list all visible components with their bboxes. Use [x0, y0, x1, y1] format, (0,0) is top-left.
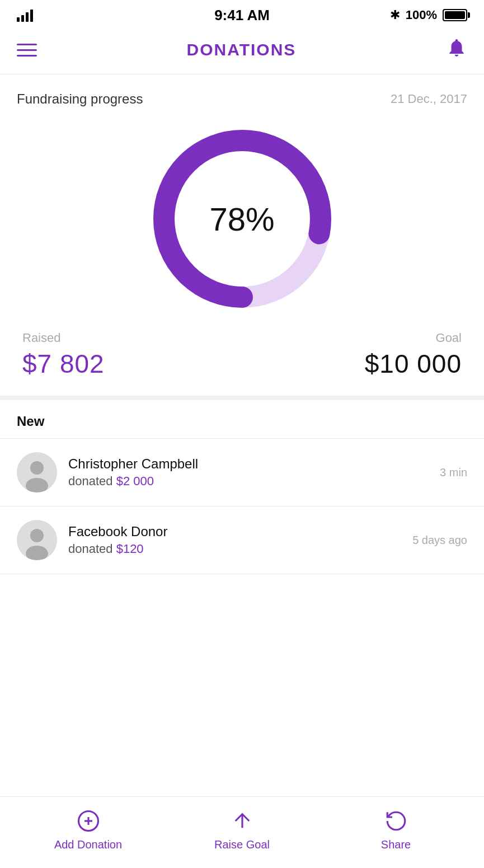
raised-amount: $7 802	[22, 349, 105, 379]
donut-chart: 78%	[147, 124, 337, 314]
donation-item: Christopher Campbell donated $2 000 3 mi…	[0, 439, 484, 506]
donor-amount-row: donated $2 000	[68, 474, 429, 489]
raised-label: Raised	[22, 331, 105, 345]
donation-time: 5 days ago	[412, 534, 467, 547]
donor-amount-row: donated $120	[68, 542, 401, 556]
donations-section: New Christopher Campbell donated $2 000 …	[0, 400, 484, 796]
goal-label: Goal	[365, 331, 462, 345]
avatar-person-icon	[17, 452, 57, 492]
plus-circle-icon	[76, 808, 101, 834]
donor-name: Christopher Campbell	[68, 456, 429, 472]
battery-icon	[443, 9, 467, 21]
avatar-person-icon	[17, 520, 57, 560]
donut-chart-container: 78%	[17, 124, 467, 314]
share-icon	[383, 808, 409, 834]
signal-bar-4	[30, 10, 33, 22]
avatar	[17, 452, 57, 492]
share-label: Share	[381, 838, 411, 851]
status-time: 9:41 AM	[214, 7, 270, 24]
bluetooth-icon: ✱	[390, 8, 400, 22]
goal-amount: $10 000	[365, 349, 462, 379]
signal-bar-1	[17, 17, 20, 22]
raised-block: Raised $7 802	[22, 331, 105, 379]
donor-name: Facebook Donor	[68, 524, 401, 539]
donated-text: donated	[68, 474, 113, 488]
add-donation-tab[interactable]: Add Donation	[11, 808, 165, 851]
battery-percent: 100%	[406, 8, 437, 22]
raise-goal-tab[interactable]: Raise Goal	[165, 808, 319, 851]
notification-bell-icon[interactable]	[446, 37, 467, 63]
donations-list-header: New	[0, 400, 484, 439]
menu-button[interactable]	[17, 44, 37, 57]
progress-title: Fundraising progress	[17, 91, 143, 107]
donor-amount: $2 000	[116, 474, 154, 488]
page-title: DONATIONS	[187, 40, 297, 59]
app-header: DONATIONS	[0, 28, 484, 74]
svg-point-6	[30, 529, 44, 542]
status-bar: 9:41 AM ✱ 100%	[0, 0, 484, 28]
signal-indicator	[17, 8, 33, 22]
signal-bar-3	[26, 12, 29, 22]
donation-info: Facebook Donor donated $120	[68, 524, 401, 556]
svg-point-3	[30, 461, 44, 475]
donated-text: donated	[68, 542, 113, 556]
donor-amount: $120	[116, 542, 144, 556]
avatar	[17, 520, 57, 560]
progress-percent: 78%	[209, 200, 274, 238]
add-donation-label: Add Donation	[54, 838, 122, 851]
amounts-row: Raised $7 802 Goal $10 000	[17, 331, 467, 379]
bottom-tab-bar: Add Donation Raise Goal Share	[0, 796, 484, 868]
status-right: ✱ 100%	[390, 8, 467, 22]
progress-section: Fundraising progress 21 Dec., 2017 78% R…	[0, 74, 484, 400]
signal-bar-2	[21, 15, 24, 22]
battery-fill	[445, 11, 465, 19]
progress-header: Fundraising progress 21 Dec., 2017	[17, 91, 467, 107]
donation-item: Facebook Donor donated $120 5 days ago	[0, 506, 484, 574]
raise-goal-label: Raise Goal	[214, 838, 270, 851]
share-tab[interactable]: Share	[319, 808, 473, 851]
arrow-up-icon	[229, 808, 255, 834]
goal-block: Goal $10 000	[365, 331, 462, 379]
donation-info: Christopher Campbell donated $2 000	[68, 456, 429, 489]
donation-time: 3 min	[440, 466, 467, 479]
progress-date: 21 Dec., 2017	[391, 92, 467, 106]
